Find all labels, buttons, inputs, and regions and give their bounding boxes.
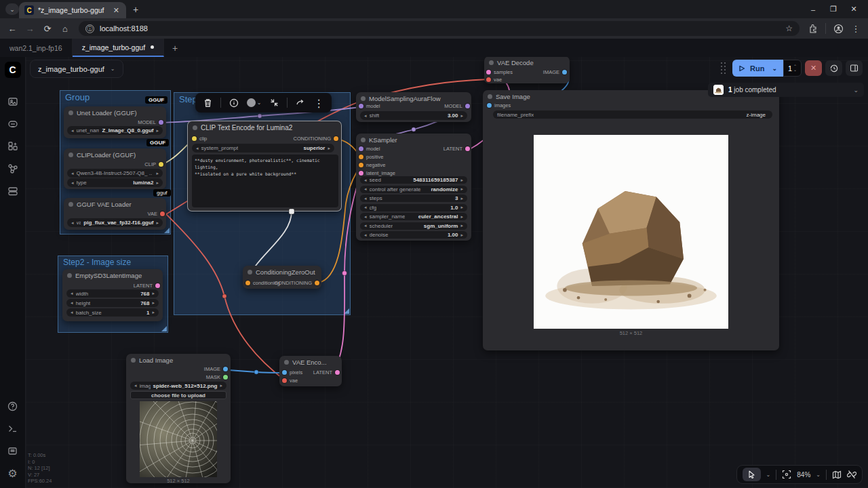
latent-input-dot[interactable] [359, 171, 363, 176]
node-model-sampling[interactable]: ModelSamplingAuraFlow model MODEL ◂ shif… [356, 92, 471, 122]
profile-icon[interactable] [830, 20, 846, 37]
model-output-dot[interactable] [159, 120, 163, 125]
node-vae-decode[interactable]: VAE Decode samples vae IMAGE [484, 56, 570, 83]
choose-file-button[interactable]: choose file to upload [130, 391, 226, 399]
workflow-tab-wan[interactable]: wan2.1_inp-fp16 [0, 39, 73, 57]
steps-widget[interactable]: ◂ steps 3 ▸ [360, 195, 467, 202]
node-library-icon[interactable] [7, 163, 19, 175]
delete-icon[interactable] [202, 97, 214, 109]
menu-kebab-icon[interactable]: ⋮ [848, 20, 864, 37]
node-unet-loader[interactable]: Unet Loader (GGUF) MODEL ◂ unet_name Z_I… [64, 106, 166, 138]
node-color-picker[interactable]: ⌄ [247, 98, 262, 107]
filename-prefix-widget[interactable]: filename_prefix z-image [493, 110, 772, 119]
vae-output-dot[interactable] [160, 211, 165, 216]
models-icon[interactable] [7, 140, 19, 152]
fit-view-icon[interactable] [782, 470, 791, 479]
node-clip-text-encode[interactable]: CLIP Text Encode for Lumina2 clip CONDIT… [187, 121, 342, 211]
unet-name-widget[interactable]: ◂ unet_name Z_Image_Q8_0.gguf ▸ [67, 126, 163, 135]
browser-tab[interactable]: C *z_image_turbo-gguf ✕ [19, 2, 126, 18]
batch-size-widget[interactable]: ◂ batch_size 1 ▸ [66, 308, 159, 317]
latent-output-dot[interactable] [465, 146, 470, 151]
add-workflow-tab-icon[interactable]: + [164, 39, 186, 57]
restore-icon[interactable]: ❐ [823, 5, 844, 14]
batch-count-input[interactable]: 1 ⌃⌄ [783, 60, 802, 77]
collapse-dot-icon[interactable] [488, 94, 492, 99]
terminal-icon[interactable] [7, 422, 19, 434]
image-output-dot[interactable] [223, 367, 228, 371]
stepper-right-icon[interactable]: ▸ [460, 196, 463, 201]
panel-toggle-button[interactable] [846, 60, 863, 76]
collapse-dot-icon[interactable] [284, 360, 289, 365]
stepper-left-icon[interactable]: ◂ [364, 186, 367, 192]
image-output-dot[interactable] [562, 70, 567, 75]
preview-image-spiderweb[interactable] [140, 401, 217, 477]
cfg-widget[interactable]: ◂ cfg 1.0 ▸ [360, 204, 467, 211]
images-input-dot[interactable] [487, 103, 492, 108]
stepper-right-icon[interactable]: ▸ [460, 113, 463, 119]
width-widget[interactable]: ◂ width 768 ▸ [66, 289, 159, 298]
clip-input-dot[interactable] [192, 136, 197, 141]
conditioning-input-dot[interactable] [245, 281, 250, 285]
tab-search-icon[interactable]: ⌄ [5, 3, 19, 15]
collapse-dot-icon[interactable] [67, 273, 72, 278]
run-button[interactable]: Run ⌄ [732, 60, 783, 77]
mask-output-dot[interactable] [223, 375, 228, 380]
stepper-left-icon[interactable]: ◂ [71, 220, 74, 226]
stepper-left-icon[interactable]: ◂ [364, 232, 367, 238]
clip-name-widget[interactable]: ◂ Qwen3-4B-Instruct-2507-Q8_ .. ▸ [67, 169, 163, 178]
chevron-down-icon[interactable]: ⌄ [816, 472, 821, 478]
stepper-right-icon[interactable]: ▸ [152, 300, 155, 306]
system-prompt-widget[interactable]: ◂ system_prompt superior ▸ [192, 144, 334, 152]
collapse-dot-icon[interactable] [361, 138, 366, 142]
info-icon[interactable] [228, 97, 240, 109]
queue-icon[interactable] [7, 185, 19, 197]
collapse-dot-icon[interactable] [489, 60, 494, 65]
execute-icon[interactable] [294, 97, 307, 109]
back-icon[interactable]: ← [4, 20, 20, 37]
workflow-tab-zimage[interactable]: z_image_turbo-gguf [73, 39, 164, 57]
latent-output-dot[interactable] [155, 283, 160, 288]
forward-icon[interactable]: → [22, 20, 38, 37]
node-clip-loader[interactable]: CLIPLoader (GGUF) CLIP ◂ Qwen3-4B-Instru… [64, 148, 166, 189]
collapse-dot-icon[interactable] [131, 358, 136, 363]
cancel-button[interactable]: ✕ [805, 60, 822, 76]
chevron-down-icon[interactable]: ⌄ [772, 65, 777, 72]
vae-input-dot[interactable] [282, 378, 287, 383]
shift-widget[interactable]: ◂ shift 3.00 ▸ [360, 111, 467, 120]
stepper-left-icon[interactable]: ◂ [71, 171, 74, 176]
image-file-widget[interactable]: ◂ image spider-web_512×512.png ▸ [130, 382, 226, 390]
stepper-left-icon[interactable]: ◂ [71, 128, 74, 134]
stepper-right-icon[interactable]: ▸ [460, 232, 463, 238]
collapse-dot-icon[interactable] [193, 125, 197, 130]
home-icon[interactable]: ⌂ [57, 20, 73, 37]
reload-icon[interactable]: ⟳ [39, 20, 56, 37]
stepper-right-icon[interactable]: ▸ [460, 178, 463, 183]
stepper-right-icon[interactable]: ▸ [220, 383, 222, 388]
workflow-dropdown[interactable]: z_image_turbo-gguf ⌄ [30, 60, 123, 78]
tab-close-icon[interactable]: ✕ [112, 6, 121, 15]
stepper-right-icon[interactable]: ▸ [152, 291, 155, 296]
help-icon[interactable] [7, 400, 19, 412]
stepper-left-icon[interactable]: ◂ [364, 113, 367, 119]
stepper-right-icon[interactable]: ▸ [156, 180, 159, 186]
denoise-widget[interactable]: ◂ denoise 1.00 ▸ [360, 231, 467, 239]
node-ksampler[interactable]: KSampler model positive negative latent_… [356, 134, 471, 241]
comfyui-logo[interactable]: C [5, 62, 21, 78]
stepper-right-icon[interactable]: ▸ [152, 310, 155, 315]
stepper-left-icon[interactable]: ◂ [134, 383, 137, 388]
latent-output-dot[interactable] [335, 370, 340, 375]
stepper-left-icon[interactable]: ◂ [364, 223, 367, 228]
seed-widget[interactable]: ◂ seed 548311659185387 ▸ [360, 176, 467, 184]
chevron-down-icon[interactable]: ⌄ [766, 472, 771, 478]
node-vae-loader[interactable]: GGUF VAE Loader VAE ◂ va .. pig_flux_vae… [64, 198, 166, 230]
job-notification[interactable]: 1 job completed ⌄ [708, 83, 864, 97]
model-input-dot[interactable] [359, 104, 363, 108]
stepper-right-icon[interactable]: ▸ [460, 186, 463, 192]
stepper-left-icon[interactable]: ◂ [71, 180, 74, 186]
job-thumbnail[interactable] [713, 85, 724, 95]
stepper-arrows-icon[interactable]: ⌃⌄ [793, 65, 797, 72]
pixels-input-dot[interactable] [282, 370, 287, 375]
extensions-icon[interactable] [805, 20, 821, 37]
collapse-dot-icon[interactable] [361, 96, 366, 101]
url-text[interactable]: localhost:8188 [100, 24, 780, 33]
